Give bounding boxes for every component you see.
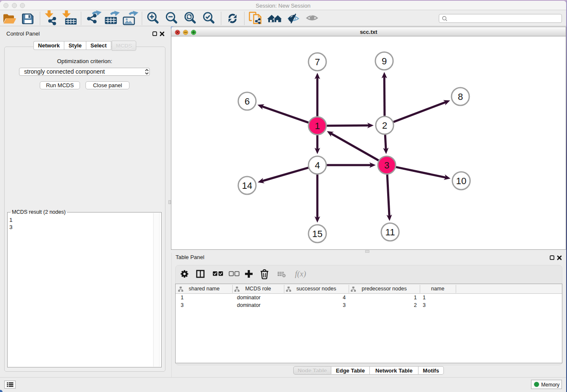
svg-text:3: 3 — [384, 160, 389, 171]
svg-text:15: 15 — [312, 229, 322, 239]
svg-text:6: 6 — [245, 96, 250, 107]
svg-text:7: 7 — [315, 57, 320, 67]
svg-text:9: 9 — [382, 56, 387, 66]
svg-text:8: 8 — [458, 91, 463, 102]
svg-text:2: 2 — [382, 120, 387, 131]
svg-text:1: 1 — [315, 121, 320, 131]
svg-text:11: 11 — [385, 227, 395, 237]
svg-text:4: 4 — [315, 160, 320, 171]
svg-text:14: 14 — [242, 180, 252, 191]
svg-text:f(x): f(x) — [295, 269, 306, 279]
svg-text:10: 10 — [456, 176, 466, 186]
